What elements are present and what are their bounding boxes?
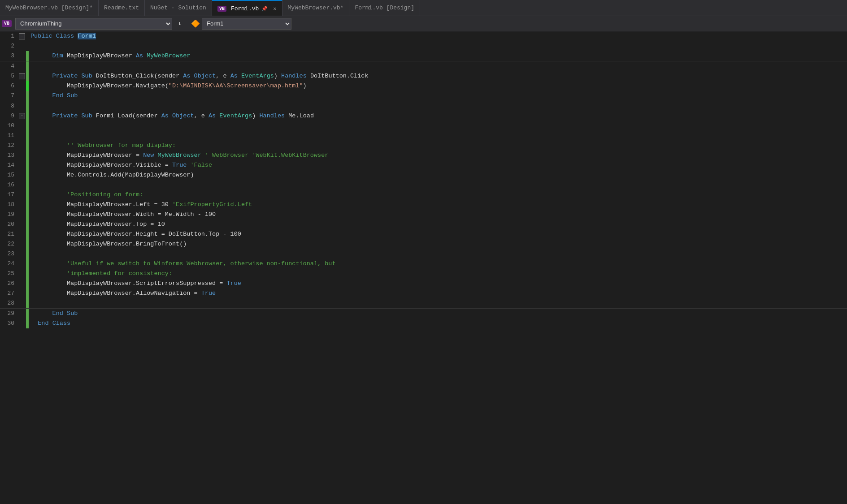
table-row: 14 MapDisplayWBrowser.Visible = True 'Fa…	[0, 160, 847, 170]
tab-form1-vb[interactable]: VB Form1.vb 📌 ✕	[212, 0, 282, 16]
code-line-22: MapDisplayWBrowser.BringToFront()	[29, 239, 847, 249]
collapse-marker[interactable]: -	[18, 31, 26, 41]
collapse-marker	[18, 210, 26, 220]
table-row: 25 'implemented for consistency:	[0, 269, 847, 279]
collapse-marker	[18, 229, 26, 239]
tab-mywebbrowser-vb[interactable]: MyWebBrowser.vb*	[282, 0, 350, 16]
line-number: 15	[0, 170, 18, 180]
code-line-13: MapDisplayWBrowser = New MyWebBrowser ' …	[29, 151, 847, 160]
line-number: 6	[0, 81, 18, 91]
tab-mywebbrowser-design[interactable]: MyWebBrowser.vb [Design]*	[0, 0, 99, 16]
collapse-marker	[18, 259, 26, 269]
nav-back-icon[interactable]: ⬇	[174, 18, 186, 30]
tab-label: Form1.vb	[231, 5, 259, 12]
collapse-marker	[18, 279, 26, 289]
tab-form1-design[interactable]: Form1.vb [Design]	[349, 0, 420, 16]
code-line-1: Public Class Form1	[29, 31, 847, 41]
collapse-marker	[18, 151, 26, 160]
tab-label: Form1.vb [Design]	[355, 4, 414, 11]
tab-close-button[interactable]: ✕	[273, 5, 276, 12]
collapse-marker	[18, 121, 26, 131]
table-row: 16	[0, 180, 847, 190]
table-row: 19 MapDisplayWBrowser.Width = Me.Width -…	[0, 210, 847, 220]
table-row: 13 MapDisplayWBrowser = New MyWebBrowser…	[0, 151, 847, 160]
line-number: 20	[0, 220, 18, 229]
table-row: 22 MapDisplayWBrowser.BringToFront()	[0, 239, 847, 249]
line-number: 14	[0, 160, 18, 170]
collapse-button[interactable]: -	[19, 73, 25, 79]
code-container: 1 - Public Class Form1 2 3 Dim MapDispla…	[0, 31, 847, 504]
collapse-marker	[18, 239, 26, 249]
table-row: 27 MapDisplayWBrowser.AllowNavigation = …	[0, 289, 847, 298]
collapse-marker	[18, 269, 26, 279]
table-row: 17 'Positioning on form:	[0, 190, 847, 200]
code-editor[interactable]: 1 - Public Class Form1 2 3 Dim MapDispla…	[0, 31, 847, 504]
code-line-20: MapDisplayWBrowser.Top = 10	[29, 220, 847, 229]
code-line-21: MapDisplayWBrowser.Height = DoItButton.T…	[29, 229, 847, 239]
collapse-marker	[18, 249, 26, 259]
tab-label: MyWebBrowser.vb*	[288, 4, 344, 11]
collapse-button[interactable]: -	[19, 113, 25, 119]
line-number: 30	[0, 319, 18, 328]
code-line-14: MapDisplayWBrowser.Visible = True 'False	[29, 160, 847, 170]
tab-label: MyWebBrowser.vb [Design]*	[5, 4, 93, 11]
collapse-marker	[18, 298, 26, 308]
table-row: 4	[0, 61, 847, 71]
collapse-button[interactable]: -	[19, 33, 25, 39]
line-number: 24	[0, 259, 18, 269]
collapse-marker	[18, 180, 26, 190]
collapse-marker[interactable]: -	[18, 111, 26, 121]
line-number: 25	[0, 269, 18, 279]
vb-toolbar-badge: VB	[2, 20, 12, 27]
code-line-29: End Sub	[29, 309, 847, 319]
form-icon: 🔶	[191, 19, 200, 28]
code-line-2	[29, 41, 847, 51]
collapse-marker	[18, 131, 26, 141]
tab-nuget[interactable]: NuGet - Solution	[145, 0, 212, 16]
table-row: 7 End Sub	[0, 91, 847, 101]
line-number: 2	[0, 41, 18, 51]
collapse-marker	[18, 141, 26, 151]
table-row: 5 - Private Sub DoItButton_Click(sender …	[0, 71, 847, 81]
table-row: 18 MapDisplayWBrowser.Left = 30 'ExifPro…	[0, 200, 847, 210]
tab-pin-icon[interactable]: 📌	[261, 6, 268, 12]
table-row: 29 End Sub	[0, 309, 847, 319]
code-line-5: Private Sub DoItButton_Click(sender As O…	[29, 71, 847, 81]
table-row: 15 Me.Controls.Add(MapDisplayWBrowser)	[0, 170, 847, 180]
line-number: 17	[0, 190, 18, 200]
table-row: 3 Dim MapDisplayWBrowser As MyWebBrowser	[0, 51, 847, 61]
table-row: 8	[0, 101, 847, 111]
line-number: 1	[0, 31, 18, 41]
table-row: 23	[0, 249, 847, 259]
member-dropdown[interactable]: Form1	[202, 18, 291, 30]
context-dropdown[interactable]: ChromiumThing	[15, 18, 172, 30]
code-line-4	[29, 61, 847, 71]
line-number: 11	[0, 131, 18, 141]
collapse-marker[interactable]: -	[18, 71, 26, 81]
table-row: 26 MapDisplayWBrowser.ScriptErrorsSuppre…	[0, 279, 847, 289]
table-row: 11	[0, 131, 847, 141]
code-line-17: 'Positioning on form:	[29, 190, 847, 200]
code-line-16	[29, 180, 847, 190]
table-row: 10	[0, 121, 847, 131]
table-row: 21 MapDisplayWBrowser.Height = DoItButto…	[0, 229, 847, 239]
table-row: 24 'Useful if we switch to Winforms Webb…	[0, 259, 847, 269]
code-line-10	[29, 121, 847, 131]
table-row: 28	[0, 298, 847, 308]
collapse-marker	[18, 160, 26, 170]
toolbar: VB ChromiumThing ⬇ 🔶 Form1	[0, 16, 847, 31]
line-number: 27	[0, 289, 18, 298]
collapse-marker	[18, 41, 26, 51]
tab-readme[interactable]: Readme.txt	[99, 0, 145, 16]
tab-label: Readme.txt	[104, 4, 139, 11]
line-number: 21	[0, 229, 18, 239]
collapse-marker	[18, 170, 26, 180]
collapse-marker	[18, 309, 26, 319]
line-number: 5	[0, 71, 18, 81]
code-line-23	[29, 249, 847, 259]
line-number: 18	[0, 200, 18, 210]
line-number: 28	[0, 298, 18, 308]
line-number: 4	[0, 61, 18, 71]
code-line-11	[29, 131, 847, 141]
code-line-9: Private Sub Form1_Load(sender As Object,…	[29, 111, 847, 121]
